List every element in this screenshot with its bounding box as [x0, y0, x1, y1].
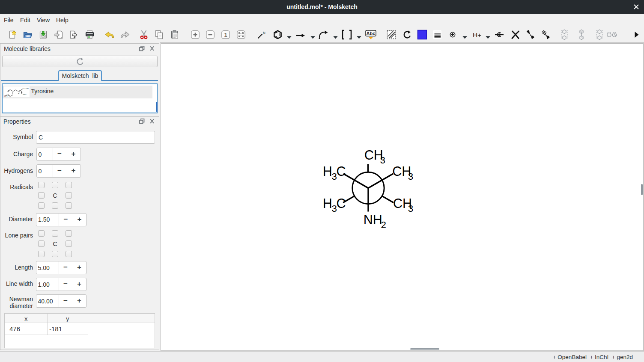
svg-text:3: 3	[380, 155, 385, 166]
svg-text:H: H	[18, 92, 19, 94]
svg-text:N: N	[263, 30, 265, 34]
svg-text:Abc: Abc	[367, 30, 376, 36]
svg-text:NH2: NH2	[23, 93, 27, 95]
svg-text:H: H	[323, 196, 332, 211]
svg-text:1: 1	[224, 31, 227, 38]
svg-text:H: H	[323, 164, 332, 178]
svg-text:CO2H: CO2H	[23, 87, 28, 89]
svg-text:3: 3	[408, 171, 413, 182]
svg-text:2: 2	[381, 220, 386, 230]
svg-text:3: 3	[408, 203, 413, 214]
svg-text:C: C	[337, 196, 346, 211]
svg-text:HO: HO	[4, 95, 7, 97]
svg-text:C: C	[337, 164, 346, 178]
svg-text:H+: H+	[473, 31, 481, 38]
svg-text:NH: NH	[364, 212, 382, 227]
